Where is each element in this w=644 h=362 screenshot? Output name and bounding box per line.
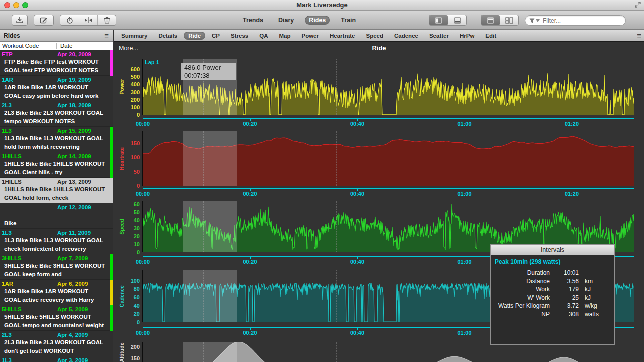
ride-workout-code: 1L3: [2, 128, 12, 134]
analysis-tab-hrpw[interactable]: HrPw: [455, 32, 479, 40]
ride-workout-code: 1L3: [2, 230, 12, 236]
ride-list: FTPApr 20, 2009FTP Bike Bike FTP test WO…: [0, 50, 113, 362]
time-tick-label: 00:20: [237, 330, 264, 336]
stat-unit: w/kg: [579, 302, 614, 310]
ride-date: Apr 5, 2009: [57, 306, 88, 312]
ride-list-item[interactable]: 3HILLSApr 7, 20093HILLS Bike Bike 3HILLS…: [0, 254, 113, 280]
intervals-popup[interactable]: Intervals Peak 10min (298 watts) Duratio…: [490, 244, 615, 345]
interval-marker-line: [323, 270, 323, 322]
download-activity-button[interactable]: [12, 15, 28, 26]
ride-color-bar: [110, 152, 113, 178]
time-tick: [634, 328, 634, 330]
ride-list-item[interactable]: 1HILLSApr 14, 20091HILLS Bike Bike 1HILL…: [0, 152, 113, 178]
power-ytick: 400: [121, 81, 140, 87]
interval-marker-line: [336, 342, 337, 362]
analysis-tab-edit[interactable]: Edit: [481, 32, 501, 40]
ride-list-item[interactable]: 5HILLSApr 5, 20095HILLS Bike 5HILLS WORK…: [0, 305, 113, 331]
chart-hover-tooltip: 486.0 Power 00:07:38: [181, 63, 236, 80]
selected-interval-highlight: [183, 270, 237, 322]
heartrate-ytick: 150: [121, 140, 140, 146]
ride-date: Apr 11, 2009: [57, 230, 91, 236]
ride-list-item[interactable]: FTPApr 20, 2009FTP Bike Bike FTP test WO…: [0, 50, 113, 76]
window-title: Mark Liversedge: [0, 1, 644, 9]
ride-date: Apr 19, 2009: [57, 77, 91, 83]
title-bar[interactable]: Mark Liversedge: [0, 0, 644, 11]
ride-list-item[interactable]: 1L3Apr 15, 20091L3 Bike Bike 1L3 WORKOUT…: [0, 127, 113, 152]
stat-label: Work: [491, 285, 555, 294]
analysis-tab-summary[interactable]: Summary: [117, 32, 152, 40]
analysis-tab-scatter[interactable]: Scatter: [425, 32, 453, 40]
view-tab-rides[interactable]: Rides: [305, 16, 330, 25]
analysis-tab-heartrate[interactable]: Heartrate: [325, 32, 360, 40]
ride-color-bar: [110, 305, 113, 331]
ride-list-item[interactable]: Apr 12, 2009Bike: [0, 203, 113, 229]
heartrate-time-axis: [143, 188, 634, 189]
ride-workout-code: 1AR: [2, 77, 13, 83]
interval-marker-line: [336, 270, 337, 322]
time-tick-label: 00:00: [129, 121, 156, 127]
ride-list-item[interactable]: 1ARApr 6, 20091AR Bike Bike 1AR WORKOUT …: [0, 280, 113, 305]
heartrate-ytick: 100: [121, 154, 140, 160]
analysis-tab-cadence[interactable]: Cadence: [390, 32, 423, 40]
time-tick-label: 00:40: [344, 259, 371, 265]
speed-ytick: 10: [121, 241, 140, 247]
time-tick-label: 00:20: [237, 121, 264, 127]
interval-marker-line: [326, 59, 326, 115]
ride-workout-code: 1HILLS: [2, 153, 22, 159]
delete-ride-button[interactable]: [97, 15, 116, 25]
analysis-tab-power[interactable]: Power: [297, 32, 323, 40]
ride-list-item[interactable]: 1ARApr 19, 20091AR Bike Bike 1AR WORKOUT…: [0, 76, 113, 101]
tiled-chart-view-button[interactable]: [500, 15, 518, 25]
split-ride-button[interactable]: [79, 15, 97, 25]
ride-description: 1AR Bike Bike 1AR WORKOUT GOAL active re…: [2, 287, 106, 304]
interval-marker-line: [326, 270, 326, 322]
interval-stats: Duration10:01Distance3.56kmWork179kJW' W…: [491, 269, 614, 318]
interval-stopwatch-button[interactable]: [60, 15, 79, 25]
ride-description: 3HILLS Bike Bike 3HILLS WORKOUT GOAL kee…: [2, 262, 106, 278]
ride-list-item[interactable]: 1L3Apr 3, 2009: [0, 356, 113, 362]
column-date[interactable]: Date: [60, 43, 72, 49]
column-workout-code[interactable]: Workout Code: [0, 43, 39, 49]
ride-list-item[interactable]: 1L3Apr 11, 20091L3 Bike Bike 1L3 WORKOUT…: [0, 229, 113, 254]
view-tab-train[interactable]: Train: [337, 16, 360, 25]
analysis-tab-speed[interactable]: Speed: [361, 32, 388, 40]
intervals-popup-titlebar[interactable]: Intervals: [491, 245, 614, 255]
ride-list-item[interactable]: 2L3Apr 4, 20092L3 Bike Bike 2L3 WORKOUT …: [0, 331, 113, 356]
analysis-tab-qa[interactable]: QA: [255, 32, 272, 40]
view-tab-trends[interactable]: Trends: [239, 16, 267, 25]
ride-workout-code: 1AR: [2, 281, 13, 287]
sidebar-menu-icon[interactable]: ≡: [104, 33, 109, 38]
ride-description: 1AR Bike Bike 1AR WORKOUT GOAL easy spim…: [2, 83, 106, 100]
chevron-down-icon: [536, 19, 540, 22]
analysis-tab-stress[interactable]: Stress: [226, 32, 253, 40]
tooltip-power-value: 486.0 Power: [184, 64, 233, 72]
view-tab-diary[interactable]: Diary: [274, 16, 298, 25]
fullscreen-icon[interactable]: [634, 1, 641, 10]
manual-entry-button[interactable]: [34, 15, 54, 26]
ride-list-item[interactable]: 1HILLSApr 13, 20091HILLS Bike Bike 1HILL…: [0, 178, 113, 203]
time-tick-label: 01:20: [558, 191, 585, 197]
ride-workout-code: FTP: [2, 51, 13, 57]
interval-stat-row: Distance3.56km: [491, 277, 614, 286]
power-ytick: 100: [121, 104, 140, 110]
main-view-tabs: TrendsDiaryRidesTrain: [239, 15, 360, 25]
interval-marker-line: [326, 201, 326, 252]
ride-list-item[interactable]: 2L3Apr 18, 20092L3 Bike Bike 2L3 WORKOUT…: [0, 101, 113, 127]
chart-menu-icon[interactable]: ≡: [637, 33, 641, 38]
single-chart-view-button[interactable]: [481, 15, 500, 25]
interval-marker-line: [323, 131, 323, 186]
analysis-tab-cp[interactable]: CP: [207, 32, 224, 40]
cadence-ytick: 20: [121, 311, 140, 317]
toggle-lowbar-button[interactable]: [448, 15, 466, 25]
filter-field[interactable]: [525, 15, 626, 26]
analysis-tab-map[interactable]: Map: [274, 32, 295, 40]
interval-marker-line: [164, 342, 164, 362]
time-tick: [634, 119, 634, 121]
filter-input[interactable]: [542, 17, 621, 25]
ride-workout-code: 1L3: [2, 357, 12, 362]
analysis-tab-details[interactable]: Details: [154, 32, 182, 40]
ride-color-bar: [110, 50, 113, 76]
toggle-sidebar-button[interactable]: [429, 15, 448, 25]
analysis-tab-ride[interactable]: Ride: [184, 32, 205, 40]
interval-stat-row: Work179kJ: [491, 285, 614, 294]
